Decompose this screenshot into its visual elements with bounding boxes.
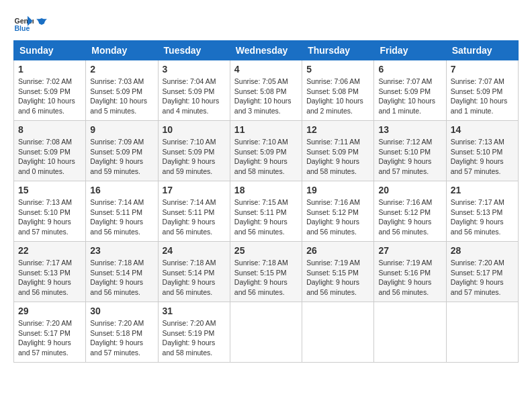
day-info: Sunrise: 7:13 AM Sunset: 5:10 PM Dayligh… (18, 197, 81, 237)
day-info: Sunrise: 7:03 AM Sunset: 5:09 PM Dayligh… (90, 77, 153, 116)
day-info: Sunrise: 7:07 AM Sunset: 5:09 PM Dayligh… (378, 77, 441, 116)
calendar-cell: 22 Sunrise: 7:17 AM Sunset: 5:13 PM Dayl… (14, 242, 86, 302)
day-info: Sunrise: 7:16 AM Sunset: 5:12 PM Dayligh… (306, 197, 369, 237)
day-number: 25 (234, 245, 298, 256)
calendar-cell: 6 Sunrise: 7:07 AM Sunset: 5:09 PM Dayli… (374, 60, 446, 121)
day-number: 5 (306, 64, 369, 75)
header-sunday: Sunday (14, 41, 86, 60)
header-friday: Friday (374, 41, 446, 60)
calendar-cell: 29 Sunrise: 7:20 AM Sunset: 5:17 PM Dayl… (14, 302, 86, 363)
calendar-cell: 10 Sunrise: 7:10 AM Sunset: 5:09 PM Dayl… (158, 121, 230, 181)
day-number: 2 (90, 64, 153, 75)
day-info: Sunrise: 7:18 AM Sunset: 5:14 PM Dayligh… (90, 258, 153, 298)
logo: General Blue (13, 13, 48, 34)
day-info: Sunrise: 7:18 AM Sunset: 5:14 PM Dayligh… (163, 258, 226, 298)
day-number: 17 (163, 185, 226, 195)
day-info: Sunrise: 7:06 AM Sunset: 5:08 PM Dayligh… (306, 77, 369, 116)
calendar-cell: 4 Sunrise: 7:05 AM Sunset: 5:08 PM Dayli… (230, 60, 302, 121)
calendar-cell: 18 Sunrise: 7:15 AM Sunset: 5:11 PM Dayl… (230, 181, 302, 242)
day-number: 31 (163, 306, 226, 316)
day-info: Sunrise: 7:04 AM Sunset: 5:09 PM Dayligh… (163, 77, 226, 116)
svg-text:Blue: Blue (15, 24, 30, 32)
day-number: 29 (18, 306, 81, 316)
calendar-table: SundayMondayTuesdayWednesdayThursdayFrid… (13, 40, 519, 363)
header-wednesday: Wednesday (230, 41, 302, 60)
calendar-cell: 31 Sunrise: 7:20 AM Sunset: 5:19 PM Dayl… (158, 302, 230, 363)
day-info: Sunrise: 7:17 AM Sunset: 5:13 PM Dayligh… (451, 197, 514, 237)
calendar-cell: 13 Sunrise: 7:12 AM Sunset: 5:10 PM Dayl… (374, 121, 446, 181)
header-tuesday: Tuesday (158, 41, 230, 60)
day-number: 23 (90, 245, 153, 256)
day-info: Sunrise: 7:02 AM Sunset: 5:09 PM Dayligh… (18, 77, 81, 116)
logo-icon: General Blue (13, 13, 34, 34)
day-number: 19 (306, 185, 369, 195)
calendar-cell: 7 Sunrise: 7:07 AM Sunset: 5:09 PM Dayli… (446, 60, 518, 121)
calendar-body: 1 Sunrise: 7:02 AM Sunset: 5:09 PM Dayli… (14, 60, 519, 363)
day-number: 30 (90, 306, 153, 316)
calendar-cell: 21 Sunrise: 7:17 AM Sunset: 5:13 PM Dayl… (446, 181, 518, 242)
calendar-cell: 14 Sunrise: 7:13 AM Sunset: 5:10 PM Dayl… (446, 121, 518, 181)
day-number: 24 (163, 245, 226, 256)
day-info: Sunrise: 7:20 AM Sunset: 5:17 PM Dayligh… (451, 258, 514, 298)
header-monday: Monday (86, 41, 158, 60)
day-info: Sunrise: 7:15 AM Sunset: 5:11 PM Dayligh… (234, 197, 298, 237)
day-info: Sunrise: 7:12 AM Sunset: 5:10 PM Dayligh… (378, 137, 441, 177)
calendar-cell: 1 Sunrise: 7:02 AM Sunset: 5:09 PM Dayli… (14, 60, 86, 121)
calendar-cell: 23 Sunrise: 7:18 AM Sunset: 5:14 PM Dayl… (86, 242, 158, 302)
day-number: 13 (378, 124, 441, 135)
day-number: 10 (163, 124, 226, 135)
calendar-cell: 3 Sunrise: 7:04 AM Sunset: 5:09 PM Dayli… (158, 60, 230, 121)
day-info: Sunrise: 7:19 AM Sunset: 5:15 PM Dayligh… (306, 258, 369, 298)
calendar-cell: 15 Sunrise: 7:13 AM Sunset: 5:10 PM Dayl… (14, 181, 86, 242)
day-info: Sunrise: 7:08 AM Sunset: 5:09 PM Dayligh… (18, 137, 81, 177)
day-info: Sunrise: 7:05 AM Sunset: 5:08 PM Dayligh… (234, 77, 298, 116)
logo-bird-icon (35, 17, 48, 30)
header-thursday: Thursday (302, 41, 374, 60)
calendar-cell: 24 Sunrise: 7:18 AM Sunset: 5:14 PM Dayl… (158, 242, 230, 302)
day-number: 21 (451, 185, 514, 195)
calendar-cell (446, 302, 518, 363)
week-row-1: 8 Sunrise: 7:08 AM Sunset: 5:09 PM Dayli… (14, 121, 519, 181)
day-number: 15 (18, 185, 81, 195)
day-info: Sunrise: 7:14 AM Sunset: 5:11 PM Dayligh… (163, 197, 226, 237)
day-number: 7 (451, 64, 514, 75)
day-info: Sunrise: 7:09 AM Sunset: 5:09 PM Dayligh… (90, 137, 153, 177)
day-number: 14 (451, 124, 514, 135)
day-info: Sunrise: 7:20 AM Sunset: 5:18 PM Dayligh… (90, 318, 153, 358)
calendar-cell: 28 Sunrise: 7:20 AM Sunset: 5:17 PM Dayl… (446, 242, 518, 302)
day-number: 12 (306, 124, 369, 135)
week-row-2: 15 Sunrise: 7:13 AM Sunset: 5:10 PM Dayl… (14, 181, 519, 242)
calendar-cell: 11 Sunrise: 7:10 AM Sunset: 5:09 PM Dayl… (230, 121, 302, 181)
day-number: 4 (234, 64, 298, 75)
day-info: Sunrise: 7:19 AM Sunset: 5:16 PM Dayligh… (378, 258, 441, 298)
day-number: 9 (90, 124, 153, 135)
calendar-cell: 5 Sunrise: 7:06 AM Sunset: 5:08 PM Dayli… (302, 60, 374, 121)
day-number: 28 (451, 245, 514, 256)
day-info: Sunrise: 7:14 AM Sunset: 5:11 PM Dayligh… (90, 197, 153, 237)
day-number: 16 (90, 185, 153, 195)
page-header: General Blue (13, 13, 519, 34)
day-info: Sunrise: 7:17 AM Sunset: 5:13 PM Dayligh… (18, 258, 81, 298)
calendar-cell (230, 302, 302, 363)
day-info: Sunrise: 7:20 AM Sunset: 5:17 PM Dayligh… (18, 318, 81, 358)
day-number: 3 (163, 64, 226, 75)
week-row-4: 29 Sunrise: 7:20 AM Sunset: 5:17 PM Dayl… (14, 302, 519, 363)
day-number: 8 (18, 124, 81, 135)
day-info: Sunrise: 7:16 AM Sunset: 5:12 PM Dayligh… (378, 197, 441, 237)
day-info: Sunrise: 7:13 AM Sunset: 5:10 PM Dayligh… (451, 137, 514, 177)
day-info: Sunrise: 7:20 AM Sunset: 5:19 PM Dayligh… (163, 318, 226, 358)
calendar-cell: 25 Sunrise: 7:18 AM Sunset: 5:15 PM Dayl… (230, 242, 302, 302)
day-info: Sunrise: 7:10 AM Sunset: 5:09 PM Dayligh… (163, 137, 226, 177)
day-number: 22 (18, 245, 81, 256)
week-row-0: 1 Sunrise: 7:02 AM Sunset: 5:09 PM Dayli… (14, 60, 519, 121)
week-row-3: 22 Sunrise: 7:17 AM Sunset: 5:13 PM Dayl… (14, 242, 519, 302)
calendar-cell: 17 Sunrise: 7:14 AM Sunset: 5:11 PM Dayl… (158, 181, 230, 242)
day-info: Sunrise: 7:11 AM Sunset: 5:09 PM Dayligh… (306, 137, 369, 177)
calendar-header-row: SundayMondayTuesdayWednesdayThursdayFrid… (14, 41, 519, 60)
calendar-cell: 26 Sunrise: 7:19 AM Sunset: 5:15 PM Dayl… (302, 242, 374, 302)
calendar-cell: 20 Sunrise: 7:16 AM Sunset: 5:12 PM Dayl… (374, 181, 446, 242)
day-info: Sunrise: 7:18 AM Sunset: 5:15 PM Dayligh… (234, 258, 298, 298)
day-number: 18 (234, 185, 298, 195)
calendar-cell: 12 Sunrise: 7:11 AM Sunset: 5:09 PM Dayl… (302, 121, 374, 181)
header-saturday: Saturday (446, 41, 518, 60)
